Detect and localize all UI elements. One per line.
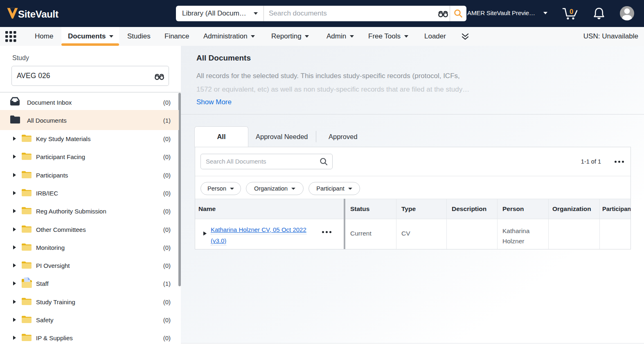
svg-text:0: 0 — [570, 8, 573, 15]
